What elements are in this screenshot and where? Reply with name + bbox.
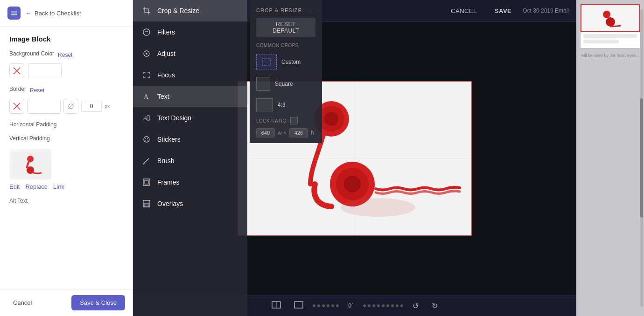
dropdown-item-filters[interactable]: Filters [133, 21, 247, 43]
dot-r5 [382, 304, 385, 307]
dropdown-item-text-design[interactable]: A Text Design [133, 107, 247, 129]
dropdown-label-crop-resize: Crop & Resize [157, 7, 199, 14]
dot-r2 [368, 304, 371, 307]
frame-btn[interactable] [290, 299, 307, 312]
crop-option-square[interactable]: Square [250, 73, 322, 95]
dot-r8 [396, 304, 399, 307]
crop-height-input[interactable] [289, 128, 308, 137]
bg-color-row [9, 63, 123, 78]
vertical-padding-label: Vertical Padding [9, 135, 123, 142]
link-link[interactable]: Link [53, 183, 64, 190]
bg-color-box[interactable] [28, 63, 62, 78]
editor-save-button[interactable]: SAVE [488, 5, 518, 17]
dot-6 [336, 304, 339, 307]
stickers-icon [141, 134, 152, 144]
crop-label-square: Square [275, 81, 293, 87]
overlays-icon [141, 199, 152, 209]
dropdown-label-filters: Filters [157, 28, 175, 36]
dropdown-item-focus[interactable]: Focus [133, 64, 247, 86]
svg-text:A: A [143, 115, 147, 122]
border-style-btn[interactable] [63, 99, 78, 114]
svg-rect-0 [11, 11, 17, 12]
dot-r3 [372, 304, 375, 307]
crop-resize-icon [141, 6, 152, 16]
dropdown-item-brush[interactable]: Brush [133, 150, 247, 172]
app-logo [7, 7, 21, 20]
vertical-padding-section: Vertical Padding [9, 135, 123, 142]
svg-rect-40 [294, 302, 303, 308]
lock-ratio-label: LOCK RATIO [256, 118, 287, 124]
dot-r6 [386, 304, 389, 307]
filters-icon [141, 27, 152, 37]
alt-text-label: Alt Text [9, 198, 123, 204]
svg-rect-2 [11, 14, 17, 15]
border-color-swatch[interactable] [9, 99, 24, 114]
rotate-ccw-btn[interactable]: ↺ [409, 300, 422, 312]
brush-icon [141, 156, 152, 166]
dot-2 [317, 304, 320, 307]
rotation-indicator: 0° [344, 302, 357, 309]
svg-line-8 [68, 103, 74, 109]
preview-spacer [581, 45, 640, 48]
dropdown-item-crop-resize[interactable]: Crop & Resize CROP & RESIZE RESET DEFAUL… [133, 0, 247, 21]
svg-rect-25 [145, 180, 148, 184]
aspect-ratio-btn[interactable] [268, 299, 285, 312]
svg-point-23 [143, 163, 145, 165]
rotate-cw-btn[interactable]: ↻ [428, 300, 441, 312]
crop-label-custom: Custom [281, 59, 301, 65]
dropdown-item-adjust[interactable]: Adjust [133, 43, 247, 64]
edit-link[interactable]: Edit [9, 183, 20, 190]
left-header: ← Back to Checklist [0, 0, 133, 27]
lock-ratio-checkbox[interactable] [290, 117, 298, 124]
left-panel: ← Back to Checklist Image Block Backgrou… [0, 0, 133, 316]
scrollbar-thumb[interactable] [640, 98, 643, 217]
svg-rect-24 [143, 179, 150, 185]
save-close-button[interactable]: Save & Close [71, 295, 125, 310]
editor-date: Oct 30 2019 Email [523, 7, 569, 14]
right-panel: will be seen by the most eyes... [576, 0, 644, 316]
border-color-box[interactable] [27, 99, 61, 114]
svg-rect-27 [144, 203, 149, 207]
svg-point-33 [324, 112, 338, 126]
dots-right [363, 304, 403, 307]
dot-r4 [377, 304, 380, 307]
dropdown-item-text[interactable]: A Text [133, 86, 247, 107]
left-content: Image Block Background Color Reset Borde… [0, 27, 133, 289]
scrollbar-track[interactable] [640, 9, 643, 307]
preview-image-area [581, 4, 640, 32]
bg-color-reset[interactable]: Reset [58, 52, 72, 58]
preview-line-2 [583, 40, 619, 43]
crop-header-label: CROP & RESIZE [250, 4, 322, 15]
border-label: Border [9, 86, 26, 92]
crop-option-43[interactable]: 4:3 [250, 95, 322, 115]
preview-email-block [580, 4, 640, 48]
dot-1 [313, 304, 315, 307]
crop-dimension-separator: w × [278, 130, 287, 136]
border-width-input[interactable]: 0 [81, 101, 102, 112]
dot-r7 [391, 304, 394, 307]
editor-cancel-button[interactable]: CANCEL [444, 5, 483, 17]
svg-point-36 [344, 176, 361, 192]
reset-default-btn[interactable]: RESET DEFAULT [256, 18, 315, 37]
dropdown-label-text: Text [157, 93, 169, 100]
cancel-button[interactable]: Cancel [7, 295, 37, 310]
crop-thumb-square [256, 77, 270, 91]
crop-width-input[interactable] [256, 128, 275, 137]
border-reset[interactable]: Reset [30, 87, 44, 94]
border-row: 0 px [9, 99, 123, 114]
dropdown-item-overlays[interactable]: Overlays [133, 193, 247, 214]
svg-rect-19 [147, 116, 150, 120]
replace-link[interactable]: Replace [25, 183, 48, 190]
dropdown-item-stickers[interactable]: Stickers [133, 129, 247, 150]
dropdown-label-brush: Brush [157, 157, 175, 165]
svg-point-43 [606, 17, 615, 27]
image-preview-inner [9, 149, 51, 179]
crop-option-custom[interactable]: Custom [250, 51, 322, 73]
dropdown-item-frames[interactable]: Frames [133, 172, 247, 193]
horizontal-padding-label: Horizontal Padding [9, 121, 123, 128]
dot-3 [322, 304, 325, 307]
common-crops-label: COMMON CROPS [250, 40, 322, 51]
adjust-icon [141, 48, 152, 59]
back-button[interactable]: ← Back to Checklist [25, 9, 81, 17]
bg-color-swatch[interactable] [9, 63, 24, 78]
